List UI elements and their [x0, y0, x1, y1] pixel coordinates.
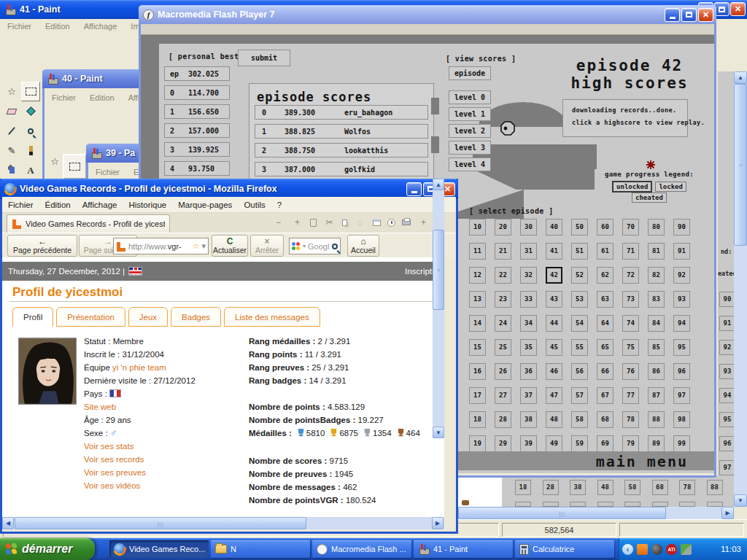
episode-cell[interactable]: 78 — [622, 411, 639, 428]
menu-item[interactable]: Édition — [45, 201, 71, 209]
episode-cell[interactable]: 16 — [469, 363, 486, 380]
text-tool-icon[interactable]: A — [21, 160, 40, 180]
episode-cell[interactable]: 64 — [597, 315, 614, 332]
episode-cell[interactable]: 57 — [571, 387, 588, 404]
episode-cell[interactable]: 90 — [673, 219, 690, 236]
stop-button[interactable]: × Arrêter — [250, 235, 284, 257]
menu-item[interactable]: Edition — [88, 92, 116, 104]
episode-cell[interactable]: 88 — [648, 411, 665, 428]
taskbar-item[interactable]: Macromedia Flash ... — [312, 540, 411, 558]
episode-cell[interactable]: 74 — [622, 315, 639, 332]
mini-scroll-thumb[interactable] — [431, 136, 439, 153]
resize-grip[interactable] — [444, 517, 456, 529]
mini-scroll-thumb[interactable] — [431, 98, 439, 114]
episode-cell[interactable]: 81 — [648, 243, 665, 260]
cut-icon[interactable]: ✂ — [323, 217, 336, 228]
uk-flag-icon[interactable] — [128, 267, 142, 276]
episode-cell[interactable]: 26 — [495, 363, 511, 380]
episode-cell[interactable]: 25 — [495, 339, 511, 356]
profile-tab[interactable]: Jeux — [128, 307, 168, 327]
paint41-vertical-scrollbar[interactable]: ▲ ≡ ▼ — [734, 71, 747, 507]
episode-cell[interactable]: 59 — [571, 435, 588, 452]
episode-cell[interactable]: 33 — [520, 291, 537, 308]
main-menu-button[interactable]: main menu — [596, 453, 688, 470]
freeform-select-icon[interactable]: ☆ — [46, 156, 63, 167]
scroll-right-arrow[interactable]: ▶ — [432, 517, 444, 529]
episode-cell[interactable]: 93 — [673, 291, 690, 308]
search-box[interactable]: ▾ Googl — [289, 238, 341, 254]
episode-cell[interactable]: 67 — [597, 387, 614, 404]
scroll-thumb[interactable]: ≡ — [734, 84, 747, 246]
profile-tab[interactable]: Profil — [12, 307, 53, 327]
close-button[interactable]: ✕ — [730, 2, 746, 16]
episode-cell[interactable]: 92 — [673, 267, 690, 284]
episode-cell[interactable]: 44 — [546, 315, 562, 332]
new-window-icon[interactable] — [373, 219, 381, 226]
episode-cell[interactable]: 35 — [520, 339, 537, 356]
episode-cell[interactable]: 10 — [469, 219, 486, 236]
episode-cell[interactable]: 56 — [571, 363, 588, 380]
highscore-row[interactable]: 3 387.000 golfkid — [255, 162, 428, 176]
maximize-button[interactable] — [681, 8, 697, 22]
episode-cell[interactable]: 97 — [673, 387, 690, 404]
profile-tab[interactable]: Liste des messages — [224, 307, 320, 327]
airbrush-icon[interactable] — [2, 160, 21, 180]
episode-cell[interactable]: 87 — [648, 387, 665, 404]
add-toolbar-icon[interactable]: + — [417, 217, 430, 228]
episode-cell[interactable]: 54 — [571, 315, 588, 332]
episode-cell[interactable]: 22 — [495, 267, 511, 284]
menu-item[interactable]: Fichier — [50, 92, 77, 104]
episode-cell[interactable]: 82 — [648, 267, 665, 284]
episode-cell[interactable]: 72 — [622, 267, 639, 284]
episode-cell[interactable]: 17 — [469, 387, 486, 404]
episode-cell[interactable]: 85 — [648, 339, 665, 356]
paste-icon[interactable] — [310, 219, 317, 227]
start-button[interactable]: démarrer — [0, 538, 95, 560]
episode-cell[interactable]: 13 — [469, 291, 486, 308]
episode-cell[interactable]: 29 — [495, 435, 511, 452]
episode-cell[interactable]: 65 — [597, 339, 614, 356]
tray-flash-icon[interactable] — [637, 544, 648, 555]
episode-cell[interactable]: 69 — [597, 435, 614, 452]
episode-cell[interactable]: 95 — [673, 339, 690, 356]
episode-cell[interactable]: 96 — [673, 363, 690, 380]
episode-cell[interactable]: 49 — [546, 435, 562, 452]
menu-item[interactable]: Fichier — [94, 166, 121, 178]
browser-tab[interactable]: Video Games Records - Profil de yicestmo… — [7, 214, 170, 233]
episode-cell[interactable]: 18 — [469, 411, 486, 428]
page-vertical-scrollbar[interactable]: ▲ ≡ ▼ — [433, 179, 444, 438]
episode-cell[interactable]: 84 — [648, 315, 665, 332]
highscore-row[interactable]: 0 389.300 eru_bahagon — [255, 105, 428, 120]
episode-cell[interactable]: 79 — [622, 435, 639, 452]
episode-cell[interactable]: 62 — [597, 267, 614, 284]
tray-ati-icon[interactable]: ATI — [666, 544, 677, 555]
episode-cell[interactable]: 89 — [648, 435, 665, 452]
episode-cell[interactable]: 60 — [597, 219, 614, 236]
website-link[interactable]: Site web — [84, 400, 244, 413]
history-icon[interactable] — [387, 219, 395, 227]
taskbar-item[interactable]: Video Games Reco... — [109, 540, 209, 558]
menu-item[interactable]: Outils — [244, 201, 265, 209]
refresh-button[interactable]: C Actualiser — [212, 235, 248, 257]
episode-cell[interactable]: 34 — [520, 315, 537, 332]
search-magnifier-icon[interactable] — [332, 244, 338, 249]
scroll-up-arrow[interactable]: ▲ — [734, 71, 747, 84]
episode-cell[interactable]: 75 — [622, 339, 639, 356]
profile-link[interactable]: Voir ses vidéos — [84, 479, 244, 492]
episode-cell[interactable]: 12 — [469, 267, 486, 284]
episode-cell[interactable]: 91 — [673, 243, 690, 260]
episode-cell[interactable]: 55 — [571, 339, 588, 356]
minimize-button[interactable] — [406, 182, 422, 196]
episode-cell[interactable]: 45 — [546, 339, 562, 356]
episode-button[interactable]: episode — [449, 66, 491, 80]
episode-cell[interactable]: 39 — [520, 435, 537, 452]
episode-cell[interactable]: 42 — [546, 267, 562, 284]
episode-cell[interactable]: 47 — [546, 387, 562, 404]
scroll-right-arrow[interactable]: ▶ — [721, 507, 734, 519]
episode-cell[interactable]: 30 — [520, 219, 537, 236]
tray-usb-icon[interactable] — [681, 544, 692, 555]
url-bar[interactable]: http://www.vgr- ☆ ▾ — [113, 238, 209, 254]
episode-cell[interactable]: 43 — [546, 291, 562, 308]
taskbar-item[interactable]: 41 - Paint — [414, 540, 513, 558]
episode-cell[interactable]: 98 — [673, 411, 690, 428]
